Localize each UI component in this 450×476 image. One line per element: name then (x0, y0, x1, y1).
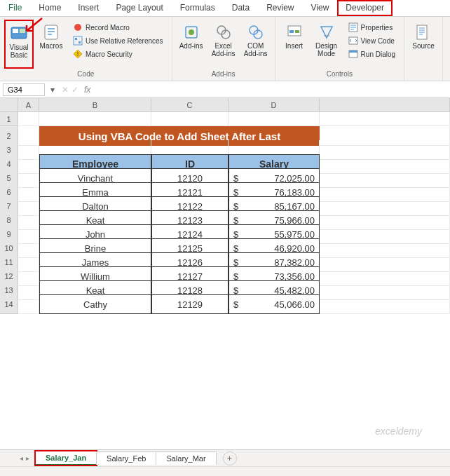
sheet-tab-salary-mar[interactable]: Salary_Mar (156, 451, 216, 465)
svg-rect-16 (289, 30, 294, 33)
record-macro-icon (73, 22, 83, 32)
cell-D1[interactable] (229, 112, 320, 126)
sheet-nav-prev[interactable]: ◂ (20, 454, 23, 462)
status-bar (0, 466, 450, 476)
excel-addins-button[interactable]: Excel Add-ins (209, 20, 238, 69)
excel-addins-label: Excel Add-ins (210, 42, 237, 57)
row-header-14[interactable]: 14 (0, 294, 18, 314)
svg-rect-3 (45, 25, 57, 39)
macros-label: Macros (40, 42, 63, 50)
select-all-corner[interactable] (0, 98, 18, 112)
record-macro-button[interactable]: Record Macro (70, 21, 166, 34)
sheet-nav: ◂ ▸ (14, 454, 35, 462)
svg-rect-7 (79, 41, 81, 43)
macro-security-label: Macro Security (86, 50, 132, 58)
svg-rect-19 (349, 37, 357, 44)
view-code-label: View Code (361, 37, 395, 45)
cell-A1[interactable] (18, 112, 39, 126)
cell-C1[interactable] (151, 112, 229, 126)
tab-insert[interactable]: Insert (69, 0, 107, 16)
insert-control-button[interactable]: Insert (280, 20, 309, 69)
cell-A14[interactable] (18, 294, 39, 314)
enter-formula-icon[interactable]: ✓ (71, 85, 79, 95)
sheet-tab-bar: ◂ ▸ Salary_Jan Salary_Feb Salary_Mar + (0, 449, 450, 466)
macro-security-button[interactable]: ! Macro Security (70, 48, 166, 60)
macros-icon (41, 22, 61, 42)
com-addins-button[interactable]: COM Add-ins (241, 20, 271, 69)
use-relative-icon (73, 36, 83, 46)
svg-rect-17 (295, 30, 299, 33)
svg-rect-6 (75, 38, 77, 40)
addins-button[interactable]: Add-ins (177, 20, 206, 69)
table-row-employee[interactable]: Cathy (39, 294, 151, 314)
name-box-dropdown[interactable]: ▾ (48, 83, 57, 97)
addins-label: Add-ins (179, 42, 203, 50)
addins-icon (182, 22, 201, 42)
cell-B1[interactable] (39, 112, 151, 126)
view-code-icon (348, 36, 358, 46)
tab-formulas[interactable]: Formulas (172, 0, 224, 16)
cell-E14[interactable] (320, 294, 450, 314)
col-header-D[interactable]: D (229, 98, 320, 112)
fx-button[interactable]: fx (81, 85, 93, 95)
design-mode-icon (317, 22, 336, 42)
cell-E1[interactable] (320, 112, 450, 126)
group-addins: Add-ins Excel Add-ins COM Add-ins Add-in… (172, 17, 275, 81)
watermark: exceldemy (375, 426, 422, 437)
table-row-id[interactable]: 12129 (151, 294, 229, 314)
sheet-nav-next[interactable]: ▸ (26, 454, 29, 462)
record-macro-label: Record Macro (86, 24, 130, 32)
visual-basic-label: Visual Basic (7, 43, 31, 59)
sheet-tab-salary-feb[interactable]: Salary_Feb (96, 451, 156, 465)
svg-rect-1 (13, 29, 18, 33)
use-relative-button[interactable]: Use Relative References (70, 34, 166, 47)
col-header-B[interactable]: B (39, 98, 151, 112)
col-header-A[interactable]: A (18, 98, 39, 112)
properties-button[interactable]: Properties (346, 21, 398, 34)
use-relative-label: Use Relative References (86, 37, 163, 45)
insert-control-label: Insert (285, 42, 303, 50)
tab-view[interactable]: View (303, 0, 338, 16)
design-mode-button[interactable]: Design Mode (312, 20, 341, 69)
spreadsheet-grid: ABCD12Using VBA Code to Add Sheet After … (0, 98, 450, 308)
run-dialog-icon (348, 49, 358, 59)
com-addins-icon (246, 22, 266, 42)
table-row-salary[interactable]: $45,066.00 (229, 294, 320, 314)
formula-input[interactable] (97, 84, 450, 95)
design-mode-label: Design Mode (313, 42, 340, 57)
group-controls: Insert Design Mode Properties View Code … (275, 17, 404, 81)
run-dialog-label: Run Dialog (361, 50, 395, 58)
tab-data[interactable]: Data (224, 0, 258, 16)
cancel-formula-icon[interactable]: ✕ (62, 85, 69, 95)
code-group-label: Code (4, 69, 168, 79)
com-addins-label: COM Add-ins (243, 42, 269, 57)
tab-developer[interactable]: Developer (337, 0, 393, 16)
properties-label: Properties (361, 24, 393, 32)
name-box[interactable] (3, 83, 45, 96)
tab-file[interactable]: File (0, 0, 30, 16)
ribbon-tabs: File Home Insert Page Layout Formulas Da… (0, 0, 450, 17)
tab-page-layout[interactable]: Page Layout (107, 0, 171, 16)
controls-group-label: Controls (280, 69, 400, 79)
tab-review[interactable]: Review (258, 0, 302, 16)
source-icon (414, 22, 433, 42)
source-label: Source (412, 42, 435, 50)
group-xml: Source (404, 17, 443, 81)
svg-rect-5 (74, 36, 82, 45)
sheet-tab-salary-jan[interactable]: Salary_Jan (35, 451, 97, 465)
ribbon-content: Visual Basic Macros Record Macro Use Rel… (0, 17, 450, 81)
col-header-C[interactable]: C (151, 98, 229, 112)
row-header-1[interactable]: 1 (0, 112, 18, 126)
tab-home[interactable]: Home (30, 0, 69, 16)
excel-addins-icon (214, 22, 233, 42)
macro-security-icon: ! (73, 49, 83, 59)
addins-group-label: Add-ins (177, 69, 271, 79)
col-header-rest[interactable] (320, 98, 450, 112)
svg-point-10 (189, 29, 194, 35)
svg-rect-21 (349, 50, 357, 53)
view-code-button[interactable]: View Code (346, 34, 398, 47)
run-dialog-button[interactable]: Run Dialog (346, 48, 398, 60)
properties-icon (348, 22, 358, 32)
source-button[interactable]: Source (409, 20, 438, 69)
add-sheet-button[interactable]: + (223, 451, 237, 465)
